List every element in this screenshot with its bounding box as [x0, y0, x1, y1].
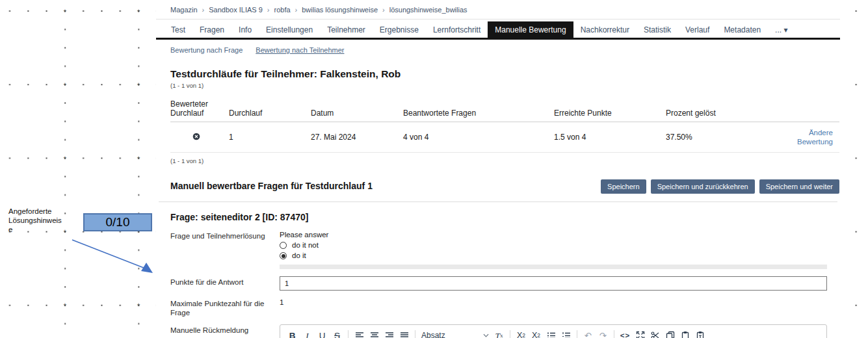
paste-icon[interactable]: [677, 328, 692, 338]
cell-durchlauf: 1: [229, 122, 311, 153]
max-points-value: 1: [280, 298, 827, 317]
cell-erreichte-punkte: 1.5 von 4: [554, 122, 666, 153]
passes-title: Testdurchläufe für Teilnehmer: Falkenste…: [170, 68, 840, 80]
result-range-bottom: (1 - 1 von 1): [170, 157, 840, 164]
align-justify-icon[interactable]: [397, 328, 412, 338]
align-right-icon[interactable]: [382, 328, 397, 338]
toolbar-separator: [614, 330, 614, 338]
save-and-next-button[interactable]: Speichern und weiter: [759, 179, 839, 194]
chevron-down-icon: [483, 333, 489, 337]
breadcrumb-item-course[interactable]: bwilias lösungshinweise: [302, 6, 378, 14]
table-row: 1 27. Mai 2024 4 von 4 1.5 von 4 37.50% …: [170, 122, 839, 153]
save-button[interactable]: Speichern: [601, 179, 646, 194]
form-row-points: Punkte für die Antwort: [170, 276, 827, 291]
underline-icon[interactable]: U: [315, 328, 330, 338]
form-row-solution: Frage und Teilnehmerlö­sung Please answe…: [170, 230, 827, 269]
redo-icon[interactable]: ↷: [596, 328, 611, 338]
question-title: Frage: seiteneditor 2 [ID: 87470]: [170, 212, 840, 222]
copy-icon[interactable]: [663, 328, 677, 338]
tab-statistik[interactable]: Statistik: [637, 21, 678, 38]
undo-icon[interactable]: ↶: [581, 328, 596, 338]
subtab-bewertung-nach-frage[interactable]: Bewertung nach Frage: [170, 46, 243, 54]
toolbar-separator: [348, 330, 349, 338]
superscript-icon[interactable]: X2: [529, 328, 544, 338]
col-header-actions: [793, 98, 839, 122]
tab-verlauf[interactable]: Verlauf: [678, 21, 717, 38]
aendere-bewertung-link[interactable]: Ändere Bewertung: [797, 129, 833, 146]
breadcrumb-item-sandbox[interactable]: Sandbox ILIAS 9: [209, 6, 263, 14]
italic-icon[interactable]: I: [300, 328, 315, 338]
tab-fragen[interactable]: Fragen: [192, 21, 231, 38]
tab-ergebnisse[interactable]: Ergebnisse: [373, 21, 426, 38]
subscript-icon[interactable]: X2: [514, 328, 529, 338]
align-left-icon[interactable]: [352, 328, 367, 338]
col-header-beantwortete-fragen: Beantwortete Fragen: [403, 98, 554, 122]
fullscreen-icon[interactable]: [633, 328, 648, 338]
breadcrumb-separator: ›: [382, 6, 385, 14]
paste-as-text-icon[interactable]: [692, 328, 707, 338]
tab-lernfortschritt[interactable]: Lernfortschritt: [426, 21, 488, 38]
subtab-bewertung-nach-teilnehmer[interactable]: Bewertung nach Teilnehmer: [256, 46, 344, 54]
save-and-return-button[interactable]: Speichern und zurückkehren: [651, 179, 755, 194]
bullet-list-icon[interactable]: [544, 328, 559, 338]
numbered-list-icon[interactable]: [559, 328, 573, 338]
hint-counter-badge: 0/10: [83, 213, 152, 231]
tab-test[interactable]: Test: [164, 21, 192, 38]
cell-datum: 27. Mai 2024: [311, 122, 403, 153]
table-header-row: Bewerteter Durch­lauf Durchlauf Datum Be…: [170, 98, 839, 122]
toolbar-separator: [510, 330, 510, 338]
breadcrumb: Magazin›Sandbox ILIAS 9›robfa›bwilias lö…: [156, 0, 840, 20]
clear-formatting-icon[interactable]: Tx: [492, 328, 506, 338]
col-header-bewerteter-durchlauf: Bewerteter Durch­lauf: [170, 98, 229, 122]
tab-bar: Test Fragen Info Einstellungen Teilnehme…: [156, 21, 840, 40]
bold-icon[interactable]: B: [285, 328, 300, 338]
strikethrough-icon[interactable]: S: [330, 328, 345, 338]
cut-icon[interactable]: [648, 328, 663, 338]
editor-toolbar: B I U S Absatz Tx X2: [280, 325, 826, 338]
radio-do-it[interactable]: [280, 252, 287, 259]
col-header-durchlauf: Durchlauf: [229, 98, 311, 122]
rich-text-editor: B I U S Absatz Tx X2: [280, 324, 827, 338]
radio-do-it-not[interactable]: [280, 242, 287, 249]
paragraph-select-value: Absatz: [421, 331, 445, 338]
tab-manuelle-bewertung[interactable]: Manuelle Bewertung: [488, 21, 573, 38]
points-label: Punkte für die Antwort: [170, 276, 268, 291]
paragraph-select[interactable]: Absatz: [419, 331, 492, 338]
col-header-prozent-geloest: Prozent gelöst: [666, 98, 793, 122]
hint-counter-value: 0/10: [106, 215, 130, 229]
pass-not-scored-icon: [192, 133, 200, 142]
breadcrumb-item-robfa[interactable]: robfa: [274, 6, 290, 14]
solution-divider-band: [280, 265, 827, 269]
breadcrumb-item-magazin[interactable]: Magazin: [170, 6, 198, 14]
tab-nachkorrektur[interactable]: Nachkorrektur: [573, 21, 637, 38]
tab-teilnehmer[interactable]: Teilnehmer: [320, 21, 373, 38]
breadcrumb-item-test[interactable]: lösungshinweise_bwilias: [389, 6, 467, 14]
tab-info[interactable]: Info: [231, 21, 259, 38]
radio-label-do-it: do it: [292, 252, 306, 259]
form-row-max-points: Maximale Punktezahl für die Frage 1: [170, 298, 827, 317]
subtab-bar: Bewertung nach Frage Bewertung nach Teil…: [156, 40, 840, 54]
align-center-icon[interactable]: [367, 328, 382, 338]
radio-label-do-it-not: do it not: [292, 241, 319, 249]
tab-more[interactable]: ... ▾: [768, 21, 795, 38]
col-header-datum: Datum: [311, 98, 403, 122]
annotation-label: Angeforderte Lösungshinweise: [8, 207, 63, 234]
tab-metadaten[interactable]: Metadaten: [717, 21, 768, 38]
source-code-icon[interactable]: <>: [618, 328, 633, 338]
ilias-screenshot-panel: Magazin›Sandbox ILIAS 9›robfa›bwilias lö…: [156, 0, 840, 338]
toolbar-separator: [577, 330, 577, 338]
cell-beantwortete-fragen: 4 von 4: [403, 122, 554, 153]
col-header-erreichte-punkte: Erreichte Punkte: [554, 98, 666, 122]
question-prompt: Please answer: [280, 230, 827, 240]
cell-prozent-geloest: 37.50%: [666, 122, 793, 153]
grading-title: Manuell bewertbare Fragen für Testdurchl…: [170, 181, 373, 191]
breadcrumb-separator: ›: [202, 6, 205, 14]
form-row-feedback: Manuelle Rückmeldung B I U S Absatz: [170, 324, 827, 338]
tab-einstellungen[interactable]: Einstellungen: [259, 21, 320, 38]
feedback-label: Manuelle Rückmeldung: [170, 324, 268, 338]
toolbar-separator: [415, 330, 415, 338]
result-range-top: (1 - 1 von 1): [170, 82, 840, 89]
points-input[interactable]: [280, 276, 827, 291]
max-points-label: Maximale Punktezahl für die Frage: [170, 298, 268, 317]
breadcrumb-separator: ›: [267, 6, 270, 14]
